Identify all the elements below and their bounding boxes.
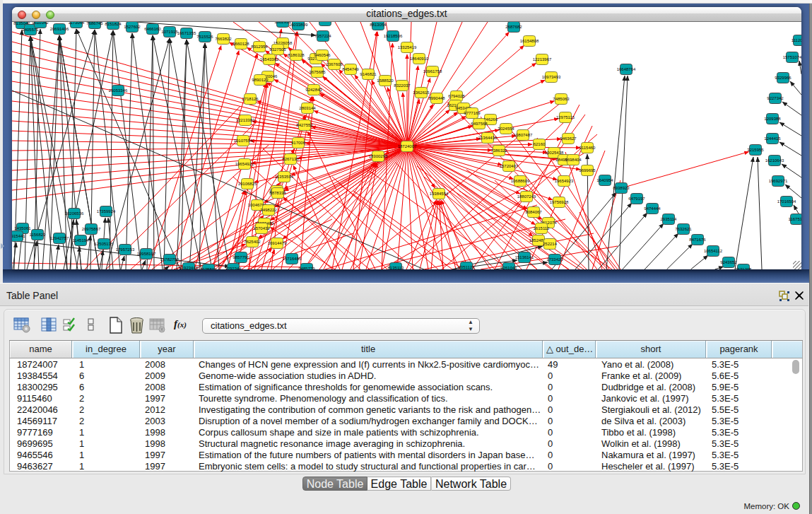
svg-text:9644910: 9644910 xyxy=(317,22,334,23)
svg-text:1527602: 1527602 xyxy=(124,25,141,29)
svg-text:16648764: 16648764 xyxy=(617,67,636,71)
svg-text:1733426: 1733426 xyxy=(546,257,563,262)
svg-text:2367608: 2367608 xyxy=(326,62,343,66)
svg-text:18300295: 18300295 xyxy=(369,154,388,158)
svg-text:9135501: 9135501 xyxy=(200,267,217,269)
svg-text:9329966: 9329966 xyxy=(775,76,792,80)
svg-text:10107554: 10107554 xyxy=(234,139,253,143)
svg-text:18640910: 18640910 xyxy=(410,57,429,61)
svg-text:62160: 62160 xyxy=(534,142,546,146)
svg-text:21364436: 21364436 xyxy=(478,136,498,140)
svg-text:8267130: 8267130 xyxy=(282,157,299,161)
svg-text:11923448: 11923448 xyxy=(180,266,199,269)
svg-text:16210643: 16210643 xyxy=(765,158,784,163)
svg-text:1071915: 1071915 xyxy=(161,30,178,34)
svg-text:9463627: 9463627 xyxy=(560,136,577,141)
svg-text:19218506: 19218506 xyxy=(384,34,403,38)
svg-text:3675685: 3675685 xyxy=(309,70,326,74)
svg-text:7351123: 7351123 xyxy=(459,265,476,269)
svg-text:1145194: 1145194 xyxy=(73,238,90,243)
svg-text:1435061: 1435061 xyxy=(14,226,31,230)
svg-text:20691406: 20691406 xyxy=(50,27,69,31)
svg-text:10654112: 10654112 xyxy=(704,249,723,253)
svg-text:1244415: 1244415 xyxy=(764,136,781,141)
svg-text:18807249: 18807249 xyxy=(517,194,536,199)
svg-text:8454749: 8454749 xyxy=(342,67,359,71)
svg-text:9660128: 9660128 xyxy=(233,42,249,46)
svg-text:9227342: 9227342 xyxy=(767,96,784,100)
svg-text:6479197: 6479197 xyxy=(628,197,645,201)
svg-text:9890123: 9890123 xyxy=(252,78,269,82)
svg-text:7625402: 7625402 xyxy=(244,240,261,244)
svg-text:10961758: 10961758 xyxy=(423,69,442,74)
svg-text:9857791: 9857791 xyxy=(233,255,249,259)
svg-text:1173044: 1173044 xyxy=(69,22,86,25)
svg-text:3215955: 3215955 xyxy=(747,148,764,152)
svg-text:19106825: 19106825 xyxy=(238,182,257,186)
svg-text:9115460: 9115460 xyxy=(579,146,596,150)
svg-text:12975115: 12975115 xyxy=(556,115,575,119)
svg-text:2935114: 2935114 xyxy=(661,217,678,221)
svg-text:15136141: 15136141 xyxy=(515,255,534,259)
svg-text:7357224: 7357224 xyxy=(314,34,331,38)
svg-text:9510342: 9510342 xyxy=(32,22,49,25)
svg-text:10807487: 10807487 xyxy=(514,133,533,137)
svg-text:7485063: 7485063 xyxy=(553,97,570,101)
svg-text:8427552: 8427552 xyxy=(296,123,313,127)
svg-text:2687682: 2687682 xyxy=(505,25,522,29)
svg-text:20975867: 20975867 xyxy=(82,227,101,231)
svg-text:19654923: 19654923 xyxy=(555,179,574,183)
svg-text:9671205: 9671205 xyxy=(735,267,752,269)
svg-text:3915441: 3915441 xyxy=(12,234,25,238)
svg-text:9474444: 9474444 xyxy=(644,206,661,211)
svg-text:19654921: 19654921 xyxy=(235,162,254,166)
svg-text:1362615: 1362615 xyxy=(413,90,430,95)
svg-text:25053346: 25053346 xyxy=(109,88,128,93)
svg-text:16914479: 16914479 xyxy=(268,241,287,245)
svg-text:17957253: 17957253 xyxy=(116,247,135,252)
svg-text:8878334: 8878334 xyxy=(269,191,286,195)
svg-text:8471676: 8471676 xyxy=(689,238,706,242)
svg-text:9243652: 9243652 xyxy=(720,260,737,264)
svg-text:6497568: 6497568 xyxy=(471,122,488,126)
svg-text:15720407: 15720407 xyxy=(500,164,519,168)
svg-text:9084067: 9084067 xyxy=(525,210,542,214)
svg-text:9261041: 9261041 xyxy=(500,266,517,269)
svg-text:12213383: 12213383 xyxy=(236,118,255,122)
svg-text:15751074: 15751074 xyxy=(783,55,801,59)
svg-text:11353594: 11353594 xyxy=(275,175,294,179)
svg-text:9242843: 9242843 xyxy=(305,88,322,92)
svg-text:16033809: 16033809 xyxy=(289,23,308,27)
svg-text:1209388: 1209388 xyxy=(764,117,781,121)
svg-text:1167533: 1167533 xyxy=(789,217,801,221)
svg-text:8938923: 8938923 xyxy=(613,186,630,190)
svg-text:2803144: 2803144 xyxy=(299,106,316,110)
svg-text:1112054: 1112054 xyxy=(792,38,801,42)
svg-text:18724007: 18724007 xyxy=(398,144,417,148)
svg-text:9146821: 9146821 xyxy=(360,72,377,76)
svg-text:7515526: 7515526 xyxy=(196,35,213,39)
svg-text:16543362: 16543362 xyxy=(260,57,279,62)
svg-text:1292344: 1292344 xyxy=(225,267,242,269)
svg-text:17359924: 17359924 xyxy=(97,209,116,214)
svg-text:19384554: 19384554 xyxy=(430,192,449,196)
svg-text:252214: 252214 xyxy=(543,242,558,246)
svg-text:10958107: 10958107 xyxy=(137,252,156,256)
svg-text:12505135: 12505135 xyxy=(95,242,114,246)
svg-text:16671355: 16671355 xyxy=(177,31,196,35)
svg-text:12213967: 12213967 xyxy=(533,57,552,62)
svg-text:1156829: 1156829 xyxy=(30,233,47,237)
svg-text:16154808: 16154808 xyxy=(520,39,539,43)
svg-text:9699695: 9699695 xyxy=(579,168,596,173)
svg-text:12942757: 12942757 xyxy=(50,236,69,240)
svg-text:20206536: 20206536 xyxy=(65,211,84,216)
svg-text:1615112: 1615112 xyxy=(534,226,551,230)
svg-text:1588520: 1588520 xyxy=(377,78,394,83)
svg-text:3024554: 3024554 xyxy=(498,127,514,131)
svg-text:3498222: 3498222 xyxy=(260,208,277,212)
svg-text:8186328: 8186328 xyxy=(288,53,305,57)
svg-text:13325419: 13325419 xyxy=(398,45,417,49)
svg-text:8151824: 8151824 xyxy=(105,22,122,26)
svg-text:6466160: 6466160 xyxy=(144,27,161,31)
svg-text:7632621: 7632621 xyxy=(675,227,692,231)
